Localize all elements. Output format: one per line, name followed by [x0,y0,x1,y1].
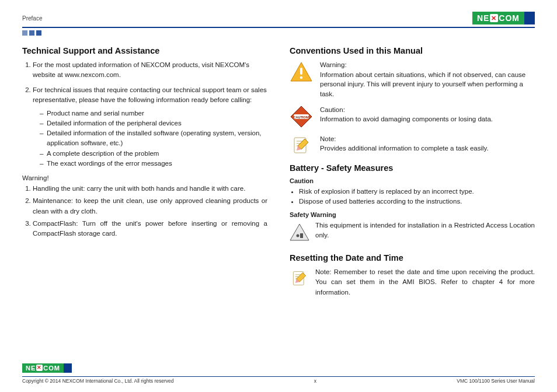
warning-item: CompactFlash: Turn off the unit's power … [33,219,267,239]
caution-item: Dispose of used batteries according to t… [299,197,535,206]
caution-icon: CAUTION! [290,105,313,128]
svg-marker-12 [290,224,309,240]
manual-name: VMC 100/1100 Series User Manual [457,378,535,384]
note-icon [290,134,313,158]
brand-logo: NE✕COM [472,12,535,24]
copyright: Copyright © 2014 NEXCOM International Co… [22,378,174,384]
convention-body: Information to avoid damaging components… [320,116,493,123]
warning-list: Handling the unit: carry the unit with b… [22,184,267,239]
svg-point-2 [300,76,303,79]
heading-conventions: Conventions Used in this Manual [290,46,535,55]
safety-body: This equipment is intended for installat… [315,220,535,241]
left-column: Technical Support and Assistance For the… [22,46,267,298]
reset-body: Note: Remember to reset the date and tim… [315,267,535,298]
checklist-item: Detailed information of the installed so… [40,128,267,149]
convention-note: Note: Provides additional information to… [290,134,535,158]
right-column: Conventions Used in this Manual Warning:… [290,46,535,298]
heading-reset: Resetting the Date and Time [290,253,535,262]
support-item: For the most updated information of NEXC… [33,60,267,79]
restricted-access-icon [290,220,309,244]
subhead-safety: Safety Warning [290,211,535,218]
footer-logo: NE✕COM [22,363,72,373]
warning-item: Handling the unit: carry the unit with b… [33,184,267,194]
convention-title: Warning: [320,60,535,70]
support-checklist: Product name and serial number Detailed … [33,108,267,169]
svg-rect-1 [300,68,302,75]
checklist-item: Detailed information of the peripheral d… [40,118,267,128]
support-item-text: For technical issues that require contac… [33,86,267,103]
caution-item: Risk of explosion if battery is replaced… [299,187,535,197]
header-section: Preface [22,15,42,22]
header-squares [22,30,535,36]
svg-point-13 [297,235,300,237]
reset-row: Note: Remember to reset the date and tim… [290,267,535,298]
support-item: For technical issues that require contac… [33,85,267,169]
svg-rect-14 [300,233,303,238]
subhead-caution: Caution [290,177,535,184]
checklist-item: A complete description of the problem [40,149,267,159]
convention-title: Caution: [320,105,493,115]
svg-text:CAUTION!: CAUTION! [294,115,309,118]
header-rule [22,27,535,28]
warning-label: Warning! [22,174,267,181]
checklist-item: Product name and serial number [40,108,267,118]
heading-battery: Battery - Safety Measures [290,163,535,173]
heading-technical-support: Technical Support and Assistance [22,46,267,55]
warning-item: Maintenance: to keep the unit clean, use… [33,196,267,216]
caution-list: Risk of explosion if battery is replaced… [290,187,535,207]
note-icon [290,267,309,290]
convention-body: Information about certain situations, wh… [320,71,525,97]
convention-title: Note: [320,134,489,144]
safety-row: This equipment is intended for installat… [290,220,535,244]
warning-icon [290,60,313,83]
support-list: For the most updated information of NEXC… [22,60,267,169]
page-number: x [314,378,316,384]
footer-rule [22,376,535,377]
convention-warning: Warning: Information about certain situa… [290,60,535,99]
page-footer: NE✕COM Copyright © 2014 NEXCOM Internati… [22,363,535,384]
convention-body: Provides additional information to compl… [320,145,489,152]
convention-caution: CAUTION! Caution: Information to avoid d… [290,105,535,128]
checklist-item: The exact wordings of the error messages [40,159,267,169]
